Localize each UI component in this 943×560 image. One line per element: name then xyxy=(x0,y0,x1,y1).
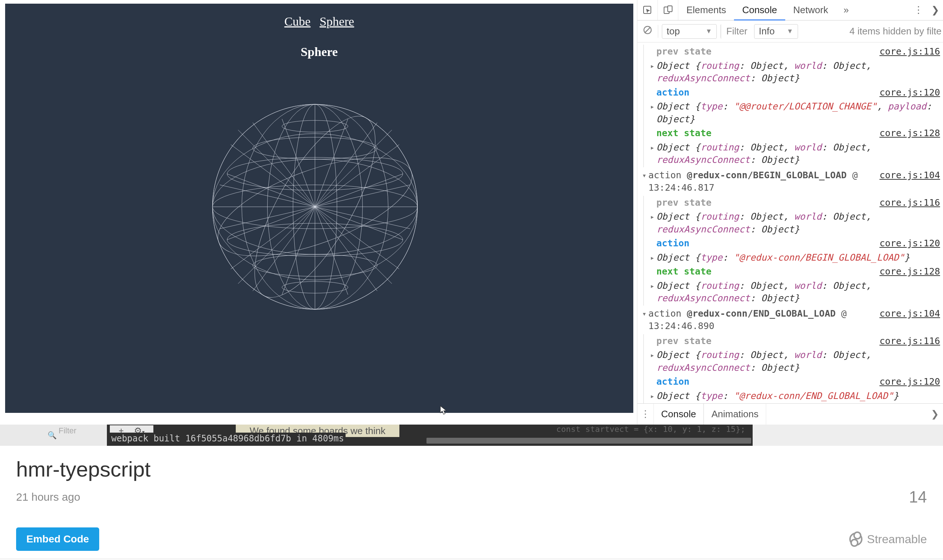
context-select[interactable]: top ▼ xyxy=(662,24,717,39)
label-action: action xyxy=(656,238,689,249)
horizontal-scrollbar[interactable] xyxy=(426,438,751,444)
drawer-expand-icon[interactable]: ❯ xyxy=(927,408,943,420)
nav-links: Cube Sphere xyxy=(5,15,633,29)
label-action: action xyxy=(656,376,689,387)
log-object: Object {routing: Object, world: Object, … xyxy=(656,280,940,305)
expand-arrow-icon[interactable]: ▸ xyxy=(648,60,656,71)
expand-arrow-icon[interactable]: ▸ xyxy=(648,211,656,222)
source-link[interactable]: core.js:120 xyxy=(879,86,940,99)
drawer-tab-console[interactable]: Console xyxy=(654,404,704,425)
log-object: Object {type: "@redux-conn/BEGIN_GLOBAL_… xyxy=(656,251,940,264)
expand-arrow-icon[interactable]: ▸ xyxy=(648,280,656,291)
source-link[interactable]: core.js:128 xyxy=(879,127,940,140)
nav-link-sphere[interactable]: Sphere xyxy=(320,15,354,28)
expand-arrow-icon[interactable]: ▸ xyxy=(648,251,656,263)
wireframe-sphere xyxy=(209,101,421,313)
code-snippet: const startvect = {x: 10, y: 1, z: 15}; xyxy=(556,425,745,434)
page-title: Sphere xyxy=(5,45,633,59)
webgl-viewer: Cube Sphere Sphere xyxy=(5,4,633,413)
label-next-state: next state xyxy=(656,266,712,277)
log-object: Object {type: "@@router/LOCATION_CHANGE"… xyxy=(656,100,940,126)
source-link[interactable]: core.js:116 xyxy=(879,45,940,58)
view-count: 14 xyxy=(909,488,927,506)
console-output[interactable]: core.js:116 prev state ▸ Object {routing… xyxy=(637,43,943,403)
chevron-down-icon: ▼ xyxy=(787,28,793,35)
more-tabs-icon[interactable]: » xyxy=(836,5,856,16)
clear-console-icon[interactable] xyxy=(637,25,658,37)
collapse-arrow-icon[interactable]: ▾ xyxy=(640,308,648,319)
expand-arrow-icon[interactable]: ▸ xyxy=(648,349,656,360)
drawer-menu-icon[interactable]: ⋮ xyxy=(637,408,654,420)
video-title: hmr-tyepscript xyxy=(16,457,927,481)
upload-time: 21 hours ago xyxy=(16,491,80,503)
log-level-select[interactable]: Info ▼ xyxy=(754,24,798,39)
expand-arrow-icon[interactable]: ▸ xyxy=(648,390,656,402)
expand-arrow-icon[interactable]: ▸ xyxy=(648,100,656,112)
log-object: Object {routing: Object, world: Object, … xyxy=(656,141,940,166)
expand-arrow-icon[interactable]: ▸ xyxy=(648,141,656,153)
inspect-icon[interactable] xyxy=(637,0,658,20)
source-link[interactable]: core.js:116 xyxy=(879,197,940,209)
source-link[interactable]: core.js:116 xyxy=(879,335,940,348)
source-link[interactable]: core.js:120 xyxy=(879,375,940,388)
source-link[interactable]: core.js:120 xyxy=(879,237,940,250)
video-footer: hmr-tyepscript 21 hours ago 14 Embed Cod… xyxy=(0,446,943,558)
blank-panel xyxy=(753,425,943,446)
ide-filter-label: Filter xyxy=(58,426,77,435)
label-next-state: next state xyxy=(656,128,712,138)
label-prev-state: prev state xyxy=(656,46,712,57)
label-prev-state: prev state xyxy=(656,197,712,208)
source-link[interactable]: core.js:128 xyxy=(879,265,940,278)
source-link[interactable]: core.js:104 xyxy=(879,308,940,320)
log-object: Object {type: "@redux-conn/END_GLOBAL_LO… xyxy=(656,390,940,403)
svg-rect-32 xyxy=(668,6,672,12)
collapse-arrow-icon[interactable]: ▾ xyxy=(640,169,648,181)
hidden-items-msg: 4 items hidden by filte xyxy=(802,26,943,37)
nav-link-cube[interactable]: Cube xyxy=(285,15,311,28)
ide-strip: 🔍 Filter + ⚙▾ We found some boards we th… xyxy=(0,425,943,446)
drawer-tab-animations[interactable]: Animations xyxy=(704,404,766,425)
brand-logo[interactable]: Streamable xyxy=(849,532,927,546)
streamable-icon xyxy=(849,532,863,546)
log-object: Object {routing: Object, world: Object, … xyxy=(656,211,940,236)
log-object: Object {routing: Object, world: Object, … xyxy=(656,349,940,374)
devtools-panel: Elements Console Network » ⋮ ❯ top ▼ Fil… xyxy=(637,0,943,425)
devtools-menu-icon[interactable]: ⋮ xyxy=(909,5,928,16)
terminal-output: webpack built 16f5055a48968db6fd7b in 48… xyxy=(110,432,346,445)
log-level-label: Info xyxy=(759,26,775,37)
label-prev-state: prev state xyxy=(656,335,712,346)
svg-line-34 xyxy=(645,27,651,33)
log-group-header[interactable]: ▾ core.js:104 action @redux-conn/END_GLO… xyxy=(637,306,943,334)
source-link[interactable]: core.js:104 xyxy=(879,169,940,182)
filter-input[interactable]: Filter xyxy=(721,24,751,39)
log-group-header[interactable]: ▾ core.js:104 action @redux-conn/BEGIN_G… xyxy=(637,168,943,196)
tab-network[interactable]: Network xyxy=(785,0,836,20)
log-object: Object {routing: Object, world: Object, … xyxy=(656,60,940,85)
device-mode-icon[interactable] xyxy=(658,0,678,20)
app-viewport: Cube Sphere Sphere xyxy=(0,0,637,425)
tab-elements[interactable]: Elements xyxy=(678,0,734,20)
chevron-down-icon: ▼ xyxy=(705,28,712,35)
brand-label: Streamable xyxy=(867,532,927,546)
tab-console[interactable]: Console xyxy=(734,0,785,20)
ide-left-panel: 🔍 xyxy=(0,425,107,446)
search-icon: 🔍 xyxy=(48,431,57,440)
label-action: action xyxy=(656,87,689,98)
dock-side-icon[interactable]: ❯ xyxy=(928,5,943,16)
context-select-label: top xyxy=(667,26,680,37)
embed-code-button[interactable]: Embed Code xyxy=(16,528,99,551)
